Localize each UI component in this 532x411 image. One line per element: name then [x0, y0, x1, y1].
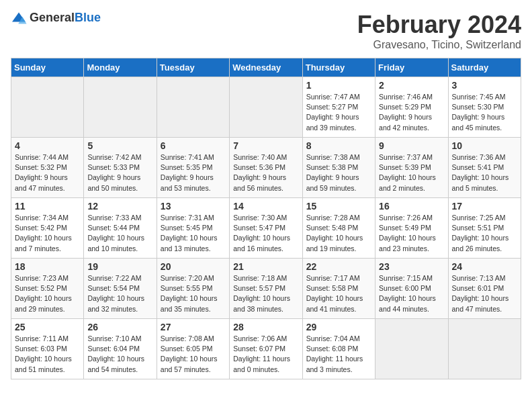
day-number: 10 [452, 140, 517, 151]
calendar-cell: 18Sunrise: 7:23 AMSunset: 5:52 PMDayligh… [11, 259, 84, 319]
day-info: Sunrise: 7:28 AMSunset: 5:48 PMDaylight:… [306, 213, 371, 254]
calendar-cell [157, 77, 229, 138]
day-number: 24 [452, 261, 517, 272]
day-info: Sunrise: 7:11 AMSunset: 6:03 PMDaylight:… [15, 334, 80, 375]
calendar-cell [84, 77, 157, 138]
calendar-cell: 7Sunrise: 7:40 AMSunset: 5:36 PMDaylight… [230, 138, 302, 198]
calendar-cell: 11Sunrise: 7:34 AMSunset: 5:42 PMDayligh… [11, 198, 84, 259]
day-number: 17 [452, 201, 517, 212]
calendar-cell: 3Sunrise: 7:45 AMSunset: 5:30 PMDaylight… [448, 77, 521, 138]
calendar-cell: 4Sunrise: 7:44 AMSunset: 5:32 PMDaylight… [11, 138, 84, 198]
day-info: Sunrise: 7:46 AMSunset: 5:29 PMDaylight:… [379, 92, 444, 133]
day-number: 28 [233, 322, 298, 332]
day-number: 19 [87, 261, 152, 272]
day-info: Sunrise: 7:36 AMSunset: 5:41 PMDaylight:… [452, 152, 517, 193]
calendar-cell: 29Sunrise: 7:04 AMSunset: 6:08 PMDayligh… [302, 319, 375, 379]
day-number: 13 [161, 201, 226, 212]
calendar-cell: 24Sunrise: 7:13 AMSunset: 6:01 PMDayligh… [448, 259, 521, 319]
day-number: 26 [87, 322, 152, 332]
calendar-cell [375, 319, 448, 379]
day-info: Sunrise: 7:15 AMSunset: 6:00 PMDaylight:… [379, 273, 444, 314]
day-number: 20 [161, 261, 226, 272]
day-number: 12 [87, 201, 152, 212]
day-info: Sunrise: 7:06 AMSunset: 6:07 PMDaylight:… [233, 334, 298, 375]
title-block: February 2024 Gravesano, Ticino, Switzer… [357, 11, 521, 51]
day-number: 4 [15, 140, 80, 151]
day-number: 15 [306, 201, 371, 212]
day-info: Sunrise: 7:41 AMSunset: 5:35 PMDaylight:… [161, 152, 226, 193]
day-number: 9 [379, 140, 444, 151]
day-of-week-header: Friday [375, 58, 448, 77]
day-info: Sunrise: 7:23 AMSunset: 5:52 PMDaylight:… [15, 273, 80, 314]
calendar-cell: 17Sunrise: 7:25 AMSunset: 5:51 PMDayligh… [448, 198, 521, 259]
day-number: 14 [233, 201, 298, 212]
calendar-cell: 15Sunrise: 7:28 AMSunset: 5:48 PMDayligh… [302, 198, 375, 259]
day-info: Sunrise: 7:34 AMSunset: 5:42 PMDaylight:… [15, 213, 80, 254]
day-info: Sunrise: 7:13 AMSunset: 6:01 PMDaylight:… [452, 273, 517, 314]
day-of-week-header: Thursday [302, 58, 375, 77]
calendar-cell: 22Sunrise: 7:17 AMSunset: 5:58 PMDayligh… [302, 259, 375, 319]
day-number: 25 [15, 322, 80, 332]
calendar-week-row: 18Sunrise: 7:23 AMSunset: 5:52 PMDayligh… [11, 259, 521, 319]
logo-general: General [30, 11, 75, 24]
day-info: Sunrise: 7:38 AMSunset: 5:38 PMDaylight:… [306, 152, 371, 193]
logo-text: GeneralBlue [30, 11, 101, 25]
day-of-week-header: Monday [84, 58, 157, 77]
month-year-title: February 2024 [357, 11, 521, 39]
day-info: Sunrise: 7:25 AMSunset: 5:51 PMDaylight:… [452, 213, 517, 254]
day-number: 5 [87, 140, 152, 151]
day-info: Sunrise: 7:26 AMSunset: 5:49 PMDaylight:… [379, 213, 444, 254]
calendar-week-row: 11Sunrise: 7:34 AMSunset: 5:42 PMDayligh… [11, 198, 521, 259]
day-number: 23 [379, 261, 444, 272]
calendar-cell: 5Sunrise: 7:42 AMSunset: 5:33 PMDaylight… [84, 138, 157, 198]
day-number: 21 [233, 261, 298, 272]
day-info: Sunrise: 7:47 AMSunset: 5:27 PMDaylight:… [306, 92, 371, 133]
logo-icon [11, 11, 27, 25]
days-header-row: SundayMondayTuesdayWednesdayThursdayFrid… [11, 58, 521, 77]
calendar-cell: 19Sunrise: 7:22 AMSunset: 5:54 PMDayligh… [84, 259, 157, 319]
calendar-week-row: 4Sunrise: 7:44 AMSunset: 5:32 PMDaylight… [11, 138, 521, 198]
calendar-cell: 6Sunrise: 7:41 AMSunset: 5:35 PMDaylight… [157, 138, 229, 198]
day-of-week-header: Tuesday [157, 58, 229, 77]
calendar-cell: 21Sunrise: 7:18 AMSunset: 5:57 PMDayligh… [230, 259, 302, 319]
day-info: Sunrise: 7:40 AMSunset: 5:36 PMDaylight:… [233, 152, 298, 193]
day-info: Sunrise: 7:08 AMSunset: 6:05 PMDaylight:… [161, 334, 226, 375]
day-info: Sunrise: 7:20 AMSunset: 5:55 PMDaylight:… [161, 273, 226, 314]
day-number: 3 [452, 80, 517, 91]
calendar-cell [230, 77, 302, 138]
calendar-cell: 25Sunrise: 7:11 AMSunset: 6:03 PMDayligh… [11, 319, 84, 379]
logo: GeneralBlue [11, 11, 101, 25]
day-number: 18 [15, 261, 80, 272]
day-number: 8 [306, 140, 371, 151]
calendar-cell: 23Sunrise: 7:15 AMSunset: 6:00 PMDayligh… [375, 259, 448, 319]
day-of-week-header: Wednesday [230, 58, 302, 77]
calendar-cell: 27Sunrise: 7:08 AMSunset: 6:05 PMDayligh… [157, 319, 229, 379]
calendar-cell: 1Sunrise: 7:47 AMSunset: 5:27 PMDaylight… [302, 77, 375, 138]
day-of-week-header: Saturday [448, 58, 521, 77]
day-of-week-header: Sunday [11, 58, 84, 77]
calendar-cell [11, 77, 84, 138]
day-info: Sunrise: 7:31 AMSunset: 5:45 PMDaylight:… [161, 213, 226, 254]
day-info: Sunrise: 7:45 AMSunset: 5:30 PMDaylight:… [452, 92, 517, 133]
calendar-cell: 2Sunrise: 7:46 AMSunset: 5:29 PMDaylight… [375, 77, 448, 138]
day-number: 27 [161, 322, 226, 332]
day-number: 11 [15, 201, 80, 212]
location-subtitle: Gravesano, Ticino, Switzerland [357, 39, 521, 51]
day-number: 7 [233, 140, 298, 151]
calendar-week-row: 25Sunrise: 7:11 AMSunset: 6:03 PMDayligh… [11, 319, 521, 379]
day-info: Sunrise: 7:10 AMSunset: 6:04 PMDaylight:… [87, 334, 152, 375]
header: GeneralBlue February 2024 Gravesano, Tic… [11, 11, 521, 51]
calendar-cell [448, 319, 521, 379]
calendar-week-row: 1Sunrise: 7:47 AMSunset: 5:27 PMDaylight… [11, 77, 521, 138]
day-info: Sunrise: 7:17 AMSunset: 5:58 PMDaylight:… [306, 273, 371, 314]
calendar-cell: 13Sunrise: 7:31 AMSunset: 5:45 PMDayligh… [157, 198, 229, 259]
calendar-cell: 9Sunrise: 7:37 AMSunset: 5:39 PMDaylight… [375, 138, 448, 198]
day-info: Sunrise: 7:30 AMSunset: 5:47 PMDaylight:… [233, 213, 298, 254]
day-number: 16 [379, 201, 444, 212]
calendar-cell: 8Sunrise: 7:38 AMSunset: 5:38 PMDaylight… [302, 138, 375, 198]
day-number: 29 [306, 322, 371, 332]
calendar-table: SundayMondayTuesdayWednesdayThursdayFrid… [11, 58, 521, 379]
day-number: 22 [306, 261, 371, 272]
day-info: Sunrise: 7:33 AMSunset: 5:44 PMDaylight:… [87, 213, 152, 254]
day-info: Sunrise: 7:42 AMSunset: 5:33 PMDaylight:… [87, 152, 152, 193]
